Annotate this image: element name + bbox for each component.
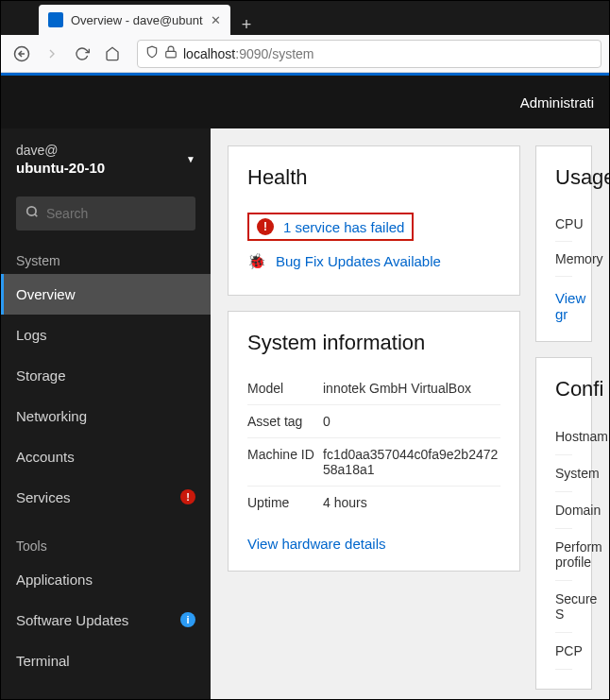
- sidebar-item-software-updates[interactable]: Software Updates i: [1, 600, 211, 640]
- warning-badge-icon: !: [180, 489, 195, 504]
- reload-button[interactable]: [69, 41, 95, 67]
- failed-service-row[interactable]: ! 1 service has failed: [247, 213, 414, 241]
- content-area: Health ! 1 service has failed 🐞 Bug Fix …: [211, 128, 609, 700]
- hardware-details-link[interactable]: View hardware details: [247, 536, 500, 552]
- system-info-card: System information Model innotek GmbH Vi…: [228, 311, 520, 572]
- config-pcp: PCP: [555, 633, 572, 670]
- svg-point-3: [27, 207, 36, 215]
- section-tools: Tools: [1, 529, 211, 559]
- config-secure: Secure S: [555, 581, 572, 633]
- health-card: Health ! 1 service has failed 🐞 Bug Fix …: [228, 145, 520, 296]
- usage-card: Usage CPU Memory View gr: [535, 145, 592, 342]
- close-tab-icon[interactable]: ✕: [211, 13, 221, 27]
- sidebar-item-storage[interactable]: Storage: [1, 355, 211, 396]
- info-row-machine-id: Machine ID fc1d0aa357044c0fa9e2b247258a1…: [247, 437, 500, 486]
- updates-link: Bug Fix Updates Available: [276, 253, 441, 269]
- svg-rect-2: [166, 51, 177, 57]
- section-system: System: [1, 244, 211, 274]
- config-perf-profile: Perform profile: [555, 529, 572, 581]
- config-hostname: Hostnam: [555, 418, 572, 455]
- lock-icon: [164, 45, 178, 62]
- usage-cpu: CPU: [555, 207, 572, 242]
- info-row-asset-tag: Asset tag 0: [247, 404, 500, 437]
- view-graphs-link[interactable]: View gr: [555, 277, 572, 322]
- tab-favicon: [48, 12, 63, 27]
- shield-icon: [145, 45, 159, 62]
- health-title: Health: [247, 165, 500, 190]
- home-button[interactable]: [99, 41, 126, 67]
- bug-icon: 🐞: [247, 252, 266, 270]
- svg-line-4: [35, 214, 38, 217]
- updates-row[interactable]: 🐞 Bug Fix Updates Available: [247, 247, 500, 276]
- usage-title: Usage: [555, 165, 572, 190]
- back-button[interactable]: [8, 41, 35, 67]
- host-selector[interactable]: dave@ ubuntu-20-10 ▼: [1, 128, 211, 191]
- browser-tab-bar: Overview - dave@ubunt ✕ +: [1, 1, 609, 35]
- sidebar-item-logs[interactable]: Logs: [1, 315, 211, 355]
- url-text: localhost:9090/system: [183, 46, 314, 61]
- failed-service-link: 1 service has failed: [283, 219, 404, 235]
- search-box[interactable]: [16, 196, 195, 230]
- sidebar-item-accounts[interactable]: Accounts: [1, 436, 211, 477]
- info-row-uptime: Uptime 4 hours: [247, 486, 500, 519]
- sidebar-item-overview[interactable]: Overview: [1, 274, 211, 315]
- sidebar-item-applications[interactable]: Applications: [1, 559, 211, 600]
- chevron-down-icon: ▼: [186, 154, 195, 164]
- browser-nav-bar: localhost:9090/system: [1, 35, 609, 73]
- info-row-model: Model innotek GmbH VirtualBox: [247, 372, 500, 404]
- config-title: Confi: [555, 377, 572, 401]
- new-tab-button[interactable]: +: [230, 15, 263, 35]
- search-input[interactable]: [46, 206, 186, 221]
- sidebar-item-services[interactable]: Services !: [1, 477, 211, 518]
- system-info-title: System information: [247, 331, 500, 355]
- config-domain: Domain: [555, 492, 572, 529]
- forward-button[interactable]: [39, 41, 65, 67]
- host-name: ubuntu-20-10: [16, 159, 105, 178]
- browser-tab[interactable]: Overview - dave@ubunt ✕: [39, 5, 230, 35]
- page-header: Administrati: [1, 76, 609, 128]
- sidebar-item-networking[interactable]: Networking: [1, 396, 211, 436]
- config-card: Confi Hostnam System Domain Perform prof…: [535, 357, 592, 690]
- host-user: dave@: [16, 142, 105, 159]
- sidebar-item-terminal[interactable]: Terminal: [1, 640, 211, 681]
- info-badge-icon: i: [180, 612, 195, 627]
- error-icon: !: [257, 218, 274, 235]
- config-system: System: [555, 455, 572, 492]
- sidebar: dave@ ubuntu-20-10 ▼ System Overview Log…: [1, 128, 211, 700]
- admin-link[interactable]: Administrati: [520, 94, 594, 111]
- usage-memory: Memory: [555, 242, 572, 277]
- url-bar[interactable]: localhost:9090/system: [137, 40, 602, 68]
- tab-title: Overview - dave@ubunt: [71, 13, 203, 27]
- search-icon: [25, 205, 39, 221]
